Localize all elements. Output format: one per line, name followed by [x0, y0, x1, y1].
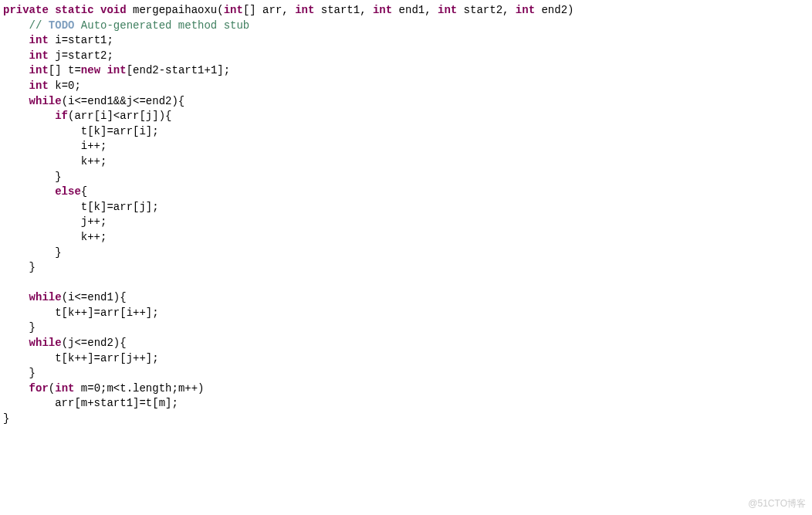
kw-void: void: [100, 4, 127, 16]
stmt: k++;: [3, 231, 107, 243]
todo-tag: TODO: [49, 19, 75, 32]
stmt: (i<=end1){: [62, 291, 127, 303]
stmt: i++;: [3, 140, 107, 152]
param: end2): [535, 4, 573, 16]
kw-else: else: [55, 185, 81, 198]
stmt: t[k]=arr[i];: [3, 125, 159, 137]
stmt: (arr[i]<arr[j]){: [68, 110, 171, 122]
indent: [3, 95, 29, 107]
indent: [3, 49, 29, 62]
kw-int: int: [373, 4, 392, 16]
kw-int: int: [29, 34, 49, 46]
brace: }: [3, 171, 62, 183]
stmt: i=start1;: [49, 34, 113, 46]
brace: {: [81, 185, 87, 198]
indent: [3, 80, 29, 92]
code-block: private static void mergepaihaoxu(int[] …: [0, 0, 812, 427]
indent: [3, 185, 55, 198]
kw-for: for: [29, 382, 49, 395]
comment: Auto-generated method stub: [74, 19, 249, 32]
stmt: t[k]=arr[j];: [3, 201, 159, 213]
stmt: t[k++]=arr[j++];: [3, 352, 159, 364]
stmt: arr[m+start1]=t[m];: [3, 397, 178, 409]
stmt: j++;: [3, 215, 107, 228]
kw-int: int: [107, 64, 126, 76]
stmt: k=0;: [49, 80, 81, 92]
stmt: [] t=: [49, 64, 81, 76]
kw-while: while: [29, 291, 62, 303]
kw-int: int: [29, 80, 49, 92]
kw-int: int: [295, 4, 314, 16]
param: [] arr,: [243, 4, 295, 16]
indent: [3, 291, 29, 303]
kw-int: int: [438, 4, 457, 16]
param: start2,: [457, 4, 516, 16]
indent: [3, 64, 29, 76]
watermark: @51CTO博客: [748, 497, 806, 510]
brace: }: [3, 246, 62, 259]
stmt: [end2-start1+1];: [127, 64, 230, 76]
brace: }: [3, 412, 9, 425]
stmt: k++;: [3, 155, 107, 168]
kw-int: int: [29, 64, 49, 76]
stmt: t[k++]=arr[i++];: [3, 307, 159, 319]
indent: [3, 337, 29, 349]
indent: [3, 34, 29, 46]
stmt: (i<=end1&&j<=end2){: [62, 95, 185, 107]
comment: //: [29, 19, 49, 32]
kw-int: int: [55, 382, 74, 395]
kw-static: static: [55, 4, 93, 16]
kw-int: int: [516, 4, 535, 16]
indent: [3, 19, 29, 32]
stmt: m=0;m<t.length;m++): [74, 382, 204, 395]
kw-new: new: [81, 64, 100, 76]
param: end1,: [392, 4, 438, 16]
kw-private: private: [3, 4, 49, 16]
kw-int: int: [224, 4, 243, 16]
brace: }: [3, 367, 36, 379]
stmt: j=start2;: [49, 49, 113, 62]
kw-while: while: [29, 95, 62, 107]
brace: }: [3, 261, 36, 273]
indent: [3, 110, 55, 122]
fn-name: mergepaihaoxu(: [127, 4, 224, 16]
indent: [3, 382, 29, 395]
kw-while: while: [29, 337, 62, 349]
kw-if: if: [55, 110, 68, 122]
stmt: (j<=end2){: [62, 337, 127, 349]
param: start1,: [314, 4, 373, 16]
kw-int: int: [29, 49, 49, 62]
stmt: (: [49, 382, 55, 395]
brace: }: [3, 321, 36, 334]
